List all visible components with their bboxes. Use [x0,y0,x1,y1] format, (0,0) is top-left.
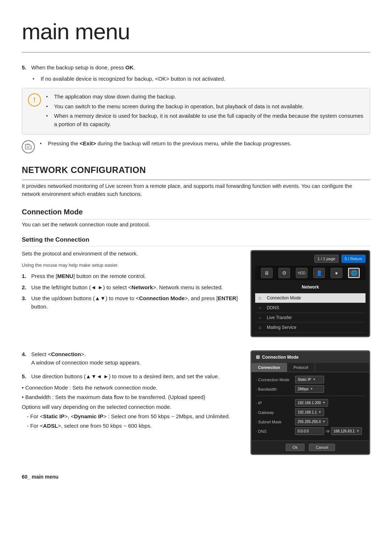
tv-screen1: 1 / 1 page 5 / Return 🖥 ⚙ HDD 👤 ● [250,250,370,338]
setting-connection-content: Sets the protocol and environment of the… [22,250,370,344]
note-item-1: ▪ Pressing the <Exit> during the backup … [40,140,291,148]
tv-menu-mailing-service: □ Mailing Service [255,323,366,333]
dialog-ok-button[interactable]: Ok [286,444,305,451]
dialog-row-gateway: · Gateway 192.168.1.1 ▼ [256,408,365,416]
dialog-cancel-button[interactable]: Cancel [309,444,335,451]
bullet-adsl: - For <ADSL>, select one from 50 kbps ~ … [27,422,240,430]
dialog-tab-connection[interactable]: Connection [252,363,287,372]
step4: 4. Select <Connection>. A window of conn… [22,350,240,367]
tv-icon-hdd: HDD [296,268,307,278]
tv-btn-return: 5 / Return [342,255,366,263]
dialog-row-dns: · DNS 0.0.0.0 ⁞⊕ 168.126.63.1 ▼ [256,427,365,435]
tv-menu-connection-mode: □ Connection Mode [255,293,366,303]
notice-box: ! ▪ The application may slow down during… [22,88,370,134]
step3: 3. Use the up/down buttons (▲▼) to move … [22,294,240,311]
tv-network-label: Network [255,284,366,290]
note-icon [22,140,35,153]
tv-icon-person: 👤 [313,268,325,278]
page-footer: 60_ main menu [22,473,370,481]
tv-menu-live-transfer: ○ Live Transfer [255,313,366,323]
tv-menu-ddns: ○ DDNS [255,303,366,313]
dialog-tab-protocol[interactable]: Protocol [287,363,315,372]
notice-icon: ! [28,93,41,106]
bullet-static-dynamic: - For <Static IP>, <Dynamic IP> : Select… [27,412,240,421]
subnet-input[interactable]: 255.255.255.0 ▼ [295,418,328,426]
dialog-row-ip: · IP 192.168.1.200 ▼ [256,399,365,407]
content-left: Sets the protocol and environment of the… [22,250,240,344]
connection-mode-desc: You can set the network connection route… [22,221,370,229]
dialog-connection-mode: ⊞ Connection Mode Connection Protocol · … [250,350,370,455]
notice-item-1: ▪ The application may slow down during t… [46,93,364,101]
step5-sub1: If no available device is recognized for… [41,75,225,83]
step5-num: 5. [22,64,30,72]
dialog-row-connection-mode: · Connection Mode Static IP ▼ [256,376,365,383]
notice-item-3: ▪ When a memory device is used for backu… [46,112,364,128]
network-desc: It provides networked monitoring of Live… [22,182,370,198]
steps4-5-left: 4. Select <Connection>. A window of conn… [22,350,240,455]
step5-setting: 5. Use direction buttons (▲▼◄ ►) to move… [22,372,240,381]
bandwidth-input[interactable]: 2Mbps ▼ [295,385,324,393]
dialog-title: ⊞ Connection Mode [252,351,369,363]
tv-screen2-container: ⊞ Connection Mode Connection Protocol · … [250,350,370,455]
page-title: main menu [22,15,370,53]
bullet-connection-mode: • Connection Mode : Sets the network con… [22,384,240,392]
bullet-sym: ▪ [33,75,39,82]
tv-screen1-container: 1 / 1 page 5 / Return 🖥 ⚙ HDD 👤 ● [250,250,370,344]
setting-connection-title: Setting the Connection [22,235,370,246]
connection-mode-title: Connection Mode [22,206,370,219]
tv-icon-gear: ⚙ [278,268,290,278]
tv-icon-network: 🌐 [348,268,360,278]
setting-desc2: Using the mouse may help make setup easi… [22,262,240,269]
bullet-bandwidth: • Bandwidth : Sets the maximum data flow… [22,393,240,402]
dialog-row-subnet: · Subnet Mask 255.255.255.0 ▼ [256,418,365,426]
setting-desc1: Sets the protocol and environment of the… [22,250,240,258]
connection-mode-input[interactable]: Static IP ▼ [295,376,324,383]
gateway-input[interactable]: 192.168.1.1 ▼ [295,408,324,416]
backup-step5: 5. When the backup setup is done, press … [22,64,370,83]
dialog-row-bandwidth: · Bandwidth 2Mbps ▼ [256,385,365,393]
tv-icon-settings: ● [331,268,342,278]
tv-screen1-header: 1 / 1 page 5 / Return [255,255,366,263]
steps4-5-content: 4. Select <Connection>. A window of conn… [22,350,370,455]
tv-icon-monitor: 🖥 [261,268,273,278]
dns-input2[interactable]: 168.126.63.1 ▼ [331,427,362,435]
dialog-tabs: Connection Protocol [252,363,369,372]
tv-menu-items: □ Connection Mode ○ DDNS ○ Live Transfer… [255,293,366,333]
note-box: ▪ Pressing the <Exit> during the backup … [22,140,370,153]
dialog-footer: Ok Cancel [252,440,369,454]
dns-input1[interactable]: 0.0.0.0 [295,427,324,435]
notice-item-2: ▪ You can switch to the menu screen duri… [46,102,364,111]
tv-btn-page: 1 / 1 page [314,255,339,263]
dialog-body: · Connection Mode Static IP ▼ · Bandwidt… [252,372,369,440]
step5-text: When the backup setup is done, press OK. [31,64,135,72]
tv-icons-row: 🖥 ⚙ HDD 👤 ● 🌐 [255,266,366,280]
network-configuration-title: Network Configuration [22,164,370,180]
ip-input[interactable]: 192.168.1.200 ▼ [295,399,328,407]
step1: 1. Press the [MENU] button on the remote… [22,272,240,281]
bullet-options: Options will vary depending on the selec… [22,403,240,411]
step2: 2. Use the left/right button (◄ ►) to se… [22,283,240,292]
